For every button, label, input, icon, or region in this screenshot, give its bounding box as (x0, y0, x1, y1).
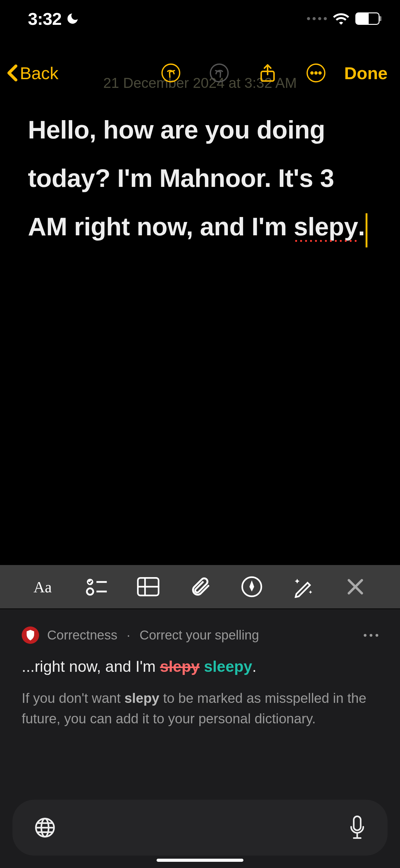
wifi-icon (333, 12, 349, 25)
table-icon (137, 577, 159, 596)
svg-text:Aa: Aa (33, 579, 52, 594)
note-text: Hello, how are you doing today? I'm Mahn… (28, 116, 334, 241)
markup-button[interactable] (241, 576, 263, 598)
status-right: 56 (307, 12, 381, 25)
keyboard-input-bar[interactable] (12, 800, 388, 856)
dnd-moon-icon (66, 12, 79, 26)
replacement-word: sleepy (204, 658, 253, 675)
format-toolbar: Aa (0, 565, 400, 609)
chevron-left-icon (6, 64, 19, 82)
svg-point-1 (210, 64, 228, 82)
status-time: 3:32 (28, 9, 61, 29)
misspelled-word[interactable]: slepy (294, 212, 358, 241)
suggestion-description: If you don't want slepy to be marked as … (22, 688, 378, 729)
svg-point-5 (315, 72, 317, 74)
checklist-icon (85, 576, 108, 598)
more-button[interactable] (306, 63, 326, 83)
attachment-button[interactable] (189, 576, 211, 598)
globe-icon[interactable] (34, 817, 56, 838)
svg-point-6 (319, 72, 321, 74)
note-text-after: . (358, 212, 365, 241)
text-cursor (366, 213, 367, 247)
table-button[interactable] (137, 576, 159, 598)
nav-bar: 21 December 2024 at 3:32 AM Back (0, 56, 400, 90)
suggestion-more-button[interactable] (364, 634, 378, 637)
page-dots-icon (307, 17, 327, 20)
suggestion-header: Correctness · Correct your spelling (22, 626, 378, 644)
wrong-word: slepy (160, 658, 200, 675)
share-icon (258, 63, 277, 83)
text-aa-icon: Aa (33, 579, 56, 594)
svg-point-10 (87, 588, 93, 595)
close-toolbar-button[interactable] (344, 576, 367, 598)
pen-circle-icon (241, 576, 263, 598)
ai-compose-button[interactable] (292, 576, 315, 598)
undo-button[interactable] (161, 63, 180, 83)
status-time-group: 3:32 (28, 9, 79, 29)
paperclip-icon (189, 576, 211, 598)
sparkle-pen-icon (292, 576, 315, 598)
suggestion-diff: ...right now, and I'm slepy sleepy. (22, 657, 378, 676)
suggestion-title: Correct your spelling (139, 628, 259, 643)
suggestion-category: Correctness (47, 628, 117, 643)
back-button[interactable]: Back (6, 63, 59, 83)
battery-icon: 56 (355, 12, 381, 25)
home-indicator[interactable] (157, 859, 243, 862)
checklist-button[interactable] (85, 576, 108, 598)
close-icon (344, 576, 367, 598)
redo-icon (210, 63, 229, 83)
undo-icon (161, 63, 180, 83)
text-style-button[interactable]: Aa (33, 576, 56, 598)
redo-button (210, 63, 229, 83)
svg-point-4 (311, 72, 313, 74)
more-circle-icon (306, 63, 326, 83)
correctness-shield-icon (22, 626, 39, 644)
done-button[interactable]: Done (344, 63, 388, 83)
grammar-suggestion-panel: Correctness · Correct your spelling ...r… (0, 609, 400, 868)
status-bar: 3:32 56 (0, 0, 400, 37)
svg-point-0 (162, 64, 180, 82)
share-button[interactable] (258, 63, 277, 83)
battery-level: 56 (363, 14, 372, 24)
note-text-editor[interactable]: Hello, how are you doing today? I'm Mahn… (28, 105, 372, 251)
microphone-icon[interactable] (348, 815, 366, 840)
svg-rect-35 (354, 816, 361, 831)
back-label: Back (20, 63, 59, 83)
